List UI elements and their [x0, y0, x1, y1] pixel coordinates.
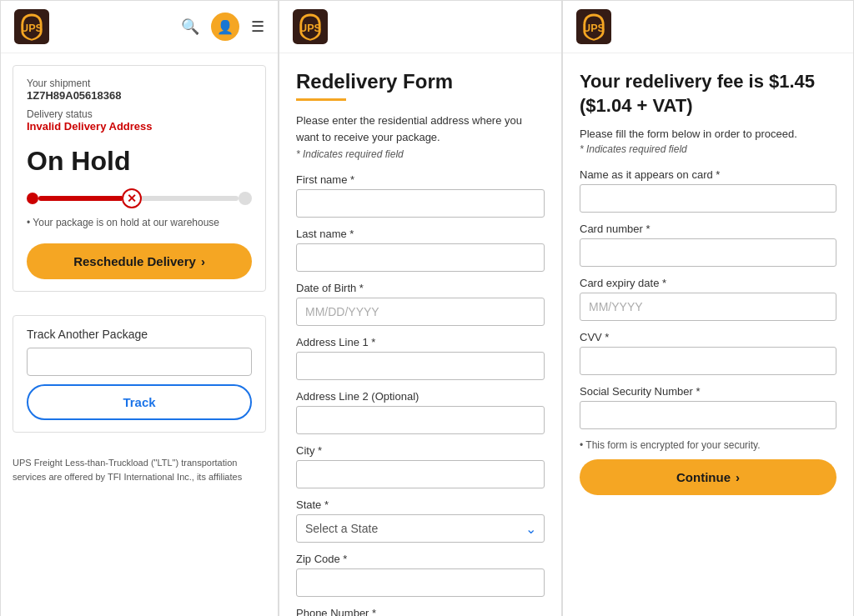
label-phone: Phone Number *	[296, 607, 545, 616]
progress-filled	[38, 196, 122, 201]
fee-title: Your redelivery fee is $1.45 ($1.04 + VA…	[580, 70, 836, 118]
input-dob[interactable]	[296, 298, 545, 326]
track-label: Track Another Package	[27, 328, 252, 341]
redelivery-form-content: Redelivery Form Please enter the residen…	[279, 53, 561, 616]
ups-logo-2: UPS	[293, 9, 328, 44]
continue-button[interactable]: Continue ›	[580, 459, 836, 495]
delivery-status-value: Invalid Delivery Address	[27, 120, 252, 133]
header-panel2: UPS	[279, 1, 561, 53]
state-select[interactable]: Select a State AlabamaAlaskaArizona Arka…	[296, 514, 545, 543]
input-ssn[interactable]	[580, 401, 836, 429]
input-card-expiry[interactable]	[580, 293, 836, 321]
field-first-name: First name *	[296, 173, 545, 218]
track-input[interactable]	[27, 348, 252, 376]
field-card-name: Name as it appears on card *	[580, 168, 836, 213]
field-zip: Zip Code *	[296, 553, 545, 597]
encrypted-note: • This form is encrypted for your securi…	[580, 439, 836, 451]
svg-text:UPS: UPS	[583, 23, 605, 34]
input-first-name[interactable]	[296, 189, 545, 218]
fee-desc: Please fill the form below in order to p…	[580, 128, 836, 140]
field-card-expiry: Card expiry date *	[580, 277, 836, 321]
ups-logo: UPS	[14, 9, 49, 44]
panel-payment: UPS Your redelivery fee is $1.45 ($1.04 …	[562, 0, 854, 616]
field-cvv: CVV *	[580, 331, 836, 375]
track-button[interactable]: Track	[27, 384, 252, 420]
delivery-status-label: Delivery status	[27, 108, 252, 120]
input-zip[interactable]	[296, 568, 545, 597]
track-section: Track Another Package Track	[13, 315, 266, 433]
input-card-number[interactable]	[580, 238, 836, 267]
state-select-wrapper: Select a State AlabamaAlaskaArizona Arka…	[296, 514, 545, 543]
payment-form-content: Your redelivery fee is $1.45 ($1.04 + VA…	[563, 53, 853, 616]
panel-tracking: UPS 🔍 👤 ☰ Your shipment 1Z7H89A05618368 …	[0, 0, 279, 616]
label-dob: Date of Birth *	[296, 282, 545, 294]
label-city: City *	[296, 444, 545, 457]
progress-end-dot	[239, 192, 252, 205]
label-first-name: First name *	[296, 173, 545, 186]
user-icon[interactable]: 👤	[211, 13, 239, 41]
progress-bar: ✕	[27, 188, 252, 208]
label-card-expiry: Card expiry date *	[580, 277, 836, 289]
label-cvv: CVV *	[580, 331, 836, 343]
progress-error-dot: ✕	[122, 188, 142, 208]
label-zip: Zip Code *	[296, 553, 545, 565]
shipment-label: Your shipment	[27, 78, 252, 89]
header-panel3: UPS	[563, 1, 853, 53]
label-address1: Address Line 1 *	[296, 336, 545, 348]
shipment-card: Your shipment 1Z7H89A05618368 Delivery s…	[13, 65, 266, 292]
shipment-id: 1Z7H89A05618368	[27, 89, 252, 102]
search-icon[interactable]: 🔍	[181, 18, 199, 36]
field-address2: Address Line 2 (Optional)	[296, 390, 545, 434]
input-cvv[interactable]	[580, 347, 836, 375]
input-city[interactable]	[296, 460, 545, 488]
required-note-p2: * Indicates required field	[296, 148, 545, 160]
field-ssn: Social Security Number *	[580, 385, 836, 429]
label-card-number: Card number *	[580, 223, 836, 235]
on-hold-note: • Your package is on hold at our warehou…	[27, 217, 252, 228]
input-last-name[interactable]	[296, 243, 545, 272]
required-note-p3: * Indicates required field	[580, 143, 836, 155]
input-card-name[interactable]	[580, 184, 836, 213]
header-panel1: UPS 🔍 👤 ☰	[1, 1, 278, 53]
label-ssn: Social Security Number *	[580, 385, 836, 398]
form-underline	[296, 98, 346, 101]
field-address1: Address Line 1 *	[296, 336, 545, 380]
field-dob: Date of Birth *	[296, 282, 545, 326]
label-last-name: Last name *	[296, 228, 545, 240]
svg-text:UPS: UPS	[299, 23, 321, 34]
field-state: State * Select a State AlabamaAlaskaAriz…	[296, 498, 545, 543]
input-address2[interactable]	[296, 406, 545, 434]
field-phone: Phone Number *	[296, 607, 545, 616]
panel1-footer: UPS Freight Less-than-Truckload ("LTL") …	[13, 456, 266, 483]
label-state: State *	[296, 498, 545, 511]
panel-redelivery-form: UPS Redelivery Form Please enter the res…	[279, 0, 562, 616]
field-last-name: Last name *	[296, 228, 545, 272]
label-card-name: Name as it appears on card *	[580, 168, 836, 181]
svg-text:UPS: UPS	[21, 23, 43, 34]
reschedule-button[interactable]: Reschedule Delivery ›	[27, 243, 252, 279]
progress-empty	[142, 196, 239, 201]
on-hold-title: On Hold	[27, 146, 252, 177]
redelivery-form-title: Redelivery Form	[296, 70, 545, 93]
input-address1[interactable]	[296, 352, 545, 380]
label-address2: Address Line 2 (Optional)	[296, 390, 545, 403]
ups-logo-3: UPS	[576, 9, 611, 44]
form-description: Please enter the residential address whe…	[296, 113, 545, 145]
field-card-number: Card number *	[580, 223, 836, 267]
menu-icon[interactable]: ☰	[251, 18, 264, 36]
header-icons: 🔍 👤 ☰	[181, 13, 264, 41]
field-city: City *	[296, 444, 545, 488]
progress-start-dot	[27, 193, 38, 204]
